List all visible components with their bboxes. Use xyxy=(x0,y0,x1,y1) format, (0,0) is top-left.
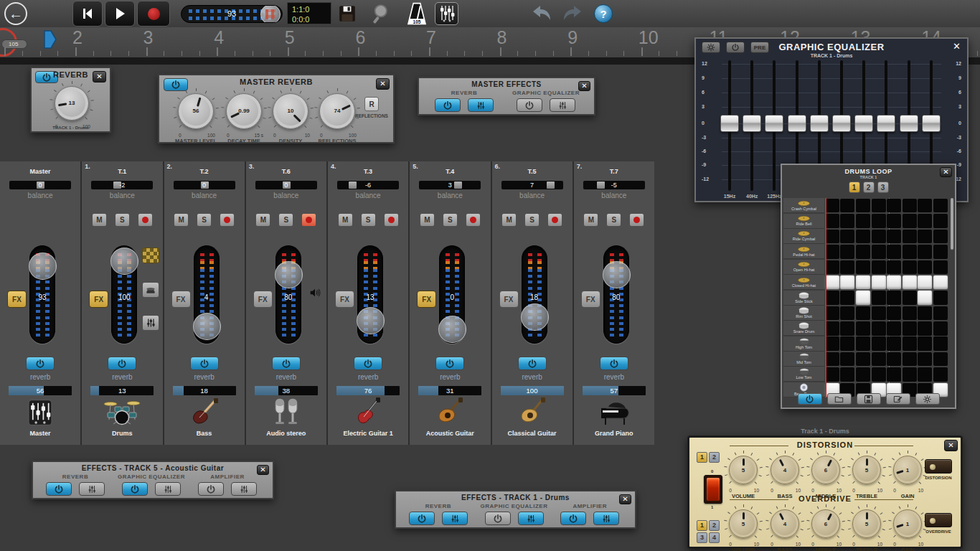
drum-step-cell[interactable] xyxy=(856,336,870,351)
mute-button[interactable]: M xyxy=(92,213,107,227)
volume-fader[interactable]: 18 xyxy=(522,245,547,344)
eq-band-slider[interactable] xyxy=(854,115,873,132)
drum-step-cell[interactable] xyxy=(856,291,870,305)
drum-step-cell[interactable] xyxy=(825,352,839,367)
amp-channel-button-2[interactable]: 2 xyxy=(709,520,720,531)
balance-slider[interactable]: -5 xyxy=(583,181,645,189)
fx-button[interactable]: FX xyxy=(89,291,108,308)
effect-power-button[interactable] xyxy=(46,482,72,496)
drum-step-cell[interactable] xyxy=(872,367,886,382)
fader-handle[interactable] xyxy=(29,253,57,280)
reverb-amount-bar[interactable]: 76 xyxy=(336,386,400,395)
drum-step-cell[interactable] xyxy=(825,306,839,321)
amp-distorsion-toggle[interactable] xyxy=(925,459,952,474)
reverb-amount-bar[interactable]: 57 xyxy=(583,386,646,395)
drum-step-cell[interactable] xyxy=(933,352,948,367)
master-reverb-knob-reflections[interactable]: 740100REFLECTIONS xyxy=(317,91,357,131)
effect-edit-button[interactable] xyxy=(442,512,468,525)
balance-slider[interactable]: 0 xyxy=(255,181,317,189)
drum-step-cell[interactable] xyxy=(933,245,948,259)
instrument-icon-wrap[interactable] xyxy=(517,397,547,428)
drum-step-cell[interactable] xyxy=(887,306,901,321)
volume-thumb[interactable] xyxy=(260,5,281,23)
drum-step-cell[interactable] xyxy=(918,199,932,213)
help-button[interactable]: ? xyxy=(594,4,613,23)
drum-pad-button[interactable] xyxy=(142,282,159,298)
amp-distorsion-knob-middle[interactable]: 6010MIDDLE xyxy=(809,453,842,486)
drum-step-cell[interactable] xyxy=(840,306,854,321)
drum-step-cell[interactable] xyxy=(887,291,901,305)
reflections-button[interactable]: R xyxy=(364,97,379,111)
drum-step-cell[interactable] xyxy=(840,276,854,290)
channel-reverb-power-button[interactable] xyxy=(600,357,628,370)
drum-step-cell[interactable] xyxy=(903,321,917,336)
drum-step-cell[interactable] xyxy=(933,260,948,275)
mute-button[interactable]: M xyxy=(174,213,189,227)
fader-handle[interactable] xyxy=(275,261,303,288)
instrument-icon-wrap[interactable] xyxy=(27,397,53,428)
amp-overdrive-knob-gain[interactable]: 1010GAIN xyxy=(891,507,924,540)
close-icon[interactable]: ✕ xyxy=(93,71,106,83)
solo-button[interactable]: S xyxy=(606,213,621,227)
balance-slider[interactable]: 0 xyxy=(9,181,71,189)
close-icon[interactable]: ✕ xyxy=(950,42,963,53)
volume-fader[interactable]: 100 xyxy=(111,245,137,344)
metronome-button[interactable]: 105 xyxy=(402,1,432,26)
drum-step-cell[interactable] xyxy=(933,321,948,336)
rewind-button[interactable] xyxy=(72,1,103,27)
drum-step-cell[interactable] xyxy=(856,230,870,244)
drum-step-cell[interactable] xyxy=(840,245,854,259)
drum-step-cell[interactable] xyxy=(840,352,854,367)
drum-step-cell[interactable] xyxy=(840,291,854,305)
drum-step-cell[interactable] xyxy=(887,352,901,367)
drum-step-cell[interactable] xyxy=(918,214,932,228)
drums-save-button[interactable] xyxy=(857,393,881,405)
drum-step-cell[interactable] xyxy=(825,214,839,228)
amp-distorsion-knob-volume[interactable]: 5010VOLUME xyxy=(727,453,760,486)
drum-step-cell[interactable] xyxy=(856,276,870,290)
drum-step-cell[interactable] xyxy=(856,214,870,228)
solo-button[interactable]: S xyxy=(115,213,130,227)
drum-step-cell[interactable] xyxy=(933,230,948,244)
drum-step-cell[interactable] xyxy=(918,276,932,290)
amp-channel-button-1[interactable]: 1 xyxy=(697,520,707,531)
master-volume-slider[interactable]: 93 xyxy=(181,5,283,23)
eq-band-slider[interactable] xyxy=(765,115,783,132)
amp-distorsion-knob-gain[interactable]: 1010GAIN xyxy=(891,453,924,486)
close-icon[interactable]: ✕ xyxy=(376,78,390,90)
record-arm-button[interactable] xyxy=(384,213,399,227)
drum-step-cell[interactable] xyxy=(872,245,886,259)
balance-slider[interactable]: 3 xyxy=(419,181,481,189)
effect-power-button[interactable] xyxy=(409,512,435,525)
fx-button[interactable]: FX xyxy=(253,291,273,308)
instrument-icon-wrap[interactable] xyxy=(189,397,220,428)
drum-step-cell[interactable] xyxy=(903,230,917,244)
drum-step-cell[interactable] xyxy=(933,291,948,305)
fx-button[interactable]: FX xyxy=(335,291,354,308)
drum-step-cell[interactable] xyxy=(825,321,839,336)
drum-step-cell[interactable] xyxy=(856,352,870,367)
effect-edit-button[interactable] xyxy=(550,98,575,112)
drum-step-cell[interactable] xyxy=(903,245,917,259)
volume-fader[interactable]: 93 xyxy=(29,245,55,344)
solo-button[interactable]: S xyxy=(361,213,376,227)
effect-power-button[interactable] xyxy=(485,512,511,525)
channel-reverb-power-button[interactable] xyxy=(190,357,219,370)
amp-overdrive-knob-volume[interactable]: 5010VOLUME xyxy=(727,507,760,540)
drum-step-cell[interactable] xyxy=(887,336,901,351)
drum-step-cell[interactable] xyxy=(918,245,932,259)
drum-step-cell[interactable] xyxy=(887,245,901,259)
channel-reverb-power-button[interactable] xyxy=(108,357,136,370)
balance-slider[interactable]: 0 xyxy=(174,181,235,189)
fx-button[interactable]: FX xyxy=(581,291,600,308)
fader-handle[interactable] xyxy=(521,303,549,331)
drum-step-cell[interactable] xyxy=(918,321,932,336)
reverb-amount-bar[interactable]: 31 xyxy=(418,386,481,395)
close-icon[interactable]: ✕ xyxy=(940,167,952,177)
drums-page-button-3[interactable]: 3 xyxy=(877,182,889,193)
record-arm-button[interactable] xyxy=(138,213,153,227)
instrument-icon-wrap[interactable] xyxy=(597,397,631,428)
balance-slider[interactable]: -6 xyxy=(337,181,399,189)
drum-step-cell[interactable] xyxy=(825,199,839,213)
drum-step-cell[interactable] xyxy=(887,276,901,290)
